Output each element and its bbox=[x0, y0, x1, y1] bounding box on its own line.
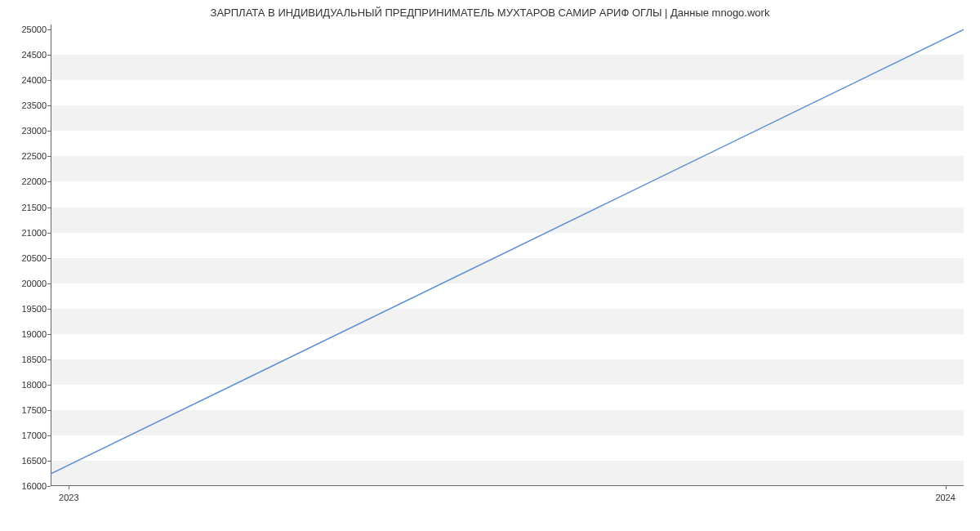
y-tick-label: 23500 bbox=[14, 100, 47, 110]
y-tick-label: 20000 bbox=[14, 279, 47, 288]
plot-area: 1600016500170001750018000185001900019500… bbox=[51, 25, 964, 486]
y-tick-label: 20500 bbox=[14, 253, 47, 263]
y-tick-label: 16500 bbox=[14, 456, 47, 466]
y-tick-label: 17000 bbox=[14, 431, 47, 440]
y-tick-label: 24000 bbox=[14, 75, 47, 85]
y-tick-label: 19500 bbox=[14, 304, 47, 314]
y-tick-label: 19000 bbox=[14, 329, 47, 339]
x-tick-label: 2023 bbox=[59, 493, 78, 502]
line-series bbox=[51, 25, 964, 486]
x-tick-mark bbox=[946, 486, 947, 489]
y-tick-label: 17500 bbox=[14, 405, 47, 415]
y-tick-label: 21000 bbox=[14, 228, 47, 238]
x-tick-label: 2024 bbox=[935, 493, 955, 502]
y-tick-label: 22000 bbox=[14, 176, 47, 186]
chart-title: ЗАРПЛАТА В ИНДИВИДУАЛЬНЫЙ ПРЕДПРИНИМАТЕЛ… bbox=[0, 7, 980, 19]
y-tick-label: 24500 bbox=[14, 50, 47, 60]
y-tick-label: 23000 bbox=[14, 126, 47, 136]
y-tick-label: 18500 bbox=[14, 355, 47, 364]
y-tick-label: 25000 bbox=[14, 25, 47, 34]
y-tick-label: 21500 bbox=[14, 203, 47, 212]
x-tick-mark bbox=[69, 486, 69, 489]
y-tick-label: 18000 bbox=[14, 380, 47, 390]
y-tick-mark bbox=[47, 486, 51, 487]
y-tick-label: 22500 bbox=[14, 151, 47, 161]
y-tick-label: 16000 bbox=[14, 481, 47, 491]
